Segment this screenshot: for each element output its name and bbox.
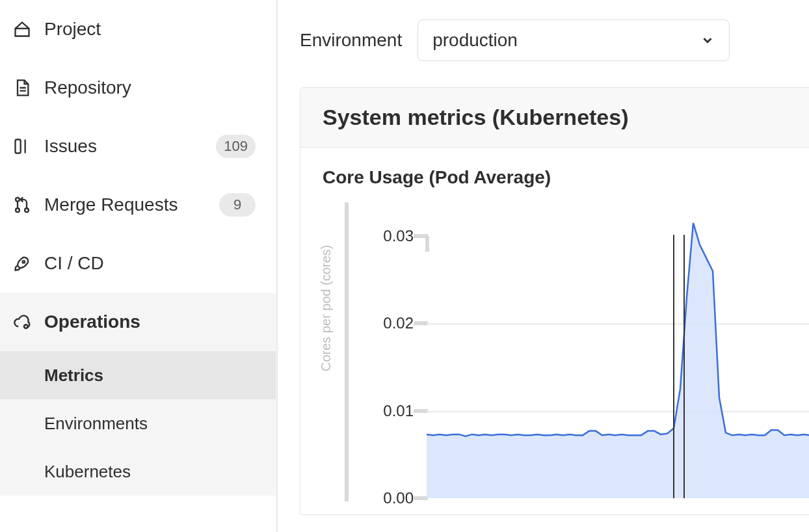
environment-value: production — [432, 30, 700, 51]
y-tick-label: 0.00 — [362, 489, 414, 507]
main-content: Environment production System metrics (K… — [278, 0, 809, 532]
file-icon — [13, 79, 31, 97]
svg-point-2 — [16, 208, 20, 212]
svg-rect-0 — [16, 140, 21, 153]
subnav-item-label: Metrics — [44, 366, 103, 386]
issues-badge: 109 — [216, 135, 256, 158]
environment-label: Environment — [300, 30, 402, 51]
svg-point-4 — [23, 261, 25, 263]
sidebar-item-repository[interactable]: Repository — [0, 59, 276, 117]
subnav-item-environments[interactable]: Environments — [0, 399, 276, 447]
environment-row: Environment production — [300, 20, 809, 61]
subnav-item-kubernetes[interactable]: Kubernetes — [0, 447, 276, 496]
environment-select[interactable]: production — [418, 20, 730, 61]
svg-point-1 — [16, 198, 20, 202]
sidebar: Project Repository Issues 109 Merge — [0, 0, 278, 532]
home-icon — [13, 20, 31, 38]
rocket-icon — [13, 254, 31, 273]
chart-plot-area — [427, 236, 809, 498]
svg-point-5 — [24, 325, 27, 328]
sidebar-item-label: Issues — [44, 136, 203, 157]
sidebar-item-issues[interactable]: Issues 109 — [0, 117, 276, 176]
sidebar-item-ci-cd[interactable]: CI / CD — [0, 234, 276, 293]
chart-title: Core Usage (Pod Average) — [323, 167, 808, 188]
sidebar-item-label: Repository — [44, 77, 276, 98]
sidebar-item-label: Project — [44, 19, 276, 40]
sidebar-item-label: Merge Requests — [44, 194, 206, 215]
sidebar-item-label: CI / CD — [44, 253, 276, 274]
metrics-panel: System metrics (Kubernetes) Core Usage (… — [300, 87, 809, 515]
subnav-item-label: Kubernetes — [44, 462, 131, 482]
y-axis-title: Cores per pod (cores) — [319, 245, 334, 371]
panel-header: System metrics (Kubernetes) — [300, 88, 809, 148]
svg-point-3 — [25, 208, 29, 212]
subnav-item-metrics[interactable]: Metrics — [0, 351, 276, 399]
cloud-gear-icon — [13, 313, 31, 331]
chevron-down-icon — [700, 33, 715, 47]
sidebar-item-label: Operations — [44, 312, 276, 332]
sidebar-item-operations[interactable]: Operations — [0, 293, 276, 351]
panel-title: System metrics (Kubernetes) — [323, 105, 788, 130]
sidebar-item-merge-requests[interactable]: Merge Requests 9 — [0, 176, 276, 234]
y-tick-label: 0.02 — [362, 314, 414, 332]
subnav-item-label: Environments — [44, 414, 148, 434]
core-usage-chart: Cores per pod (cores) 0.000.010.020.03 — [323, 202, 808, 514]
y-tick-label: 0.01 — [362, 402, 414, 420]
issues-icon — [13, 137, 31, 155]
panel-body: Core Usage (Pod Average) Cores per pod (… — [300, 148, 809, 514]
y-tick-label: 0.03 — [362, 227, 414, 245]
operations-subnav: Metrics Environments Kubernetes — [0, 351, 276, 496]
y-axis-line — [345, 202, 349, 501]
sidebar-item-project[interactable]: Project — [0, 0, 276, 59]
merge-request-icon — [13, 196, 31, 214]
scrollbar[interactable] — [276, 0, 277, 532]
merge-requests-badge: 9 — [219, 193, 256, 217]
